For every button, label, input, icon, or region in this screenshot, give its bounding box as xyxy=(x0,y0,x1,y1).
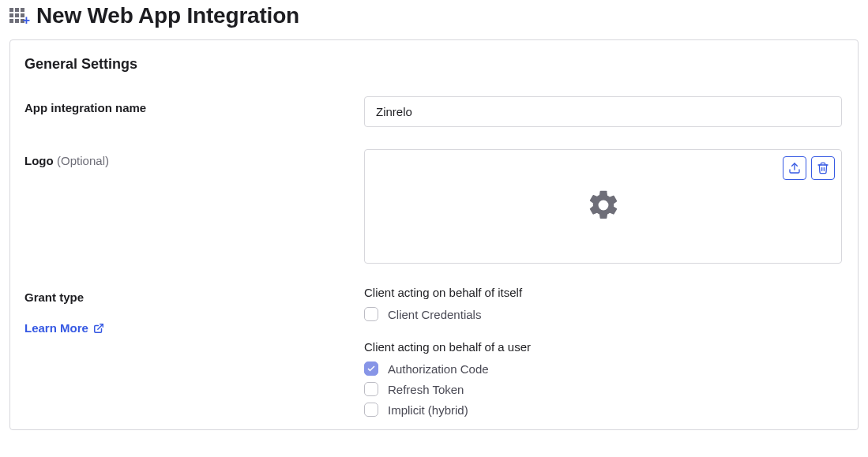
checkbox-label: Client Credentials xyxy=(388,308,481,321)
checkbox-refresh-token[interactable]: Refresh Token xyxy=(364,382,842,396)
svg-line-1 xyxy=(98,324,103,328)
delete-logo-button[interactable] xyxy=(811,156,835,180)
external-link-icon xyxy=(93,323,104,334)
grant-type-label: Grant type xyxy=(24,290,364,304)
app-name-input[interactable] xyxy=(364,96,842,127)
checkbox-icon xyxy=(364,361,378,376)
learn-more-link[interactable]: Learn More xyxy=(24,321,104,335)
checkbox-icon xyxy=(364,307,378,321)
logo-label: Logo xyxy=(24,154,54,167)
checkbox-implicit[interactable]: Implicit (hybrid) xyxy=(364,403,842,417)
apps-add-icon: + xyxy=(9,6,28,25)
checkbox-icon xyxy=(364,403,378,417)
section-title: General Settings xyxy=(24,56,842,73)
checkbox-client-credentials[interactable]: Client Credentials xyxy=(364,307,842,321)
checkbox-icon xyxy=(364,382,378,396)
checkbox-label: Authorization Code xyxy=(388,362,489,376)
page-title: New Web App Integration xyxy=(36,3,299,28)
checkbox-authorization-code[interactable]: Authorization Code xyxy=(364,361,842,376)
checkbox-label: Refresh Token xyxy=(388,383,464,396)
group-user-heading: Client acting on behalf of a user xyxy=(364,340,842,354)
upload-logo-button[interactable] xyxy=(783,156,806,180)
group-self-heading: Client acting on behalf of itself xyxy=(364,286,842,299)
logo-upload-area[interactable] xyxy=(364,149,842,264)
general-settings-panel: General Settings App integration name Lo… xyxy=(9,39,859,430)
checkbox-label: Implicit (hybrid) xyxy=(388,403,468,417)
app-name-label: App integration name xyxy=(24,101,146,114)
upload-icon xyxy=(788,162,801,174)
learn-more-text: Learn More xyxy=(24,321,88,335)
gear-icon xyxy=(586,188,621,226)
trash-icon xyxy=(817,162,829,174)
